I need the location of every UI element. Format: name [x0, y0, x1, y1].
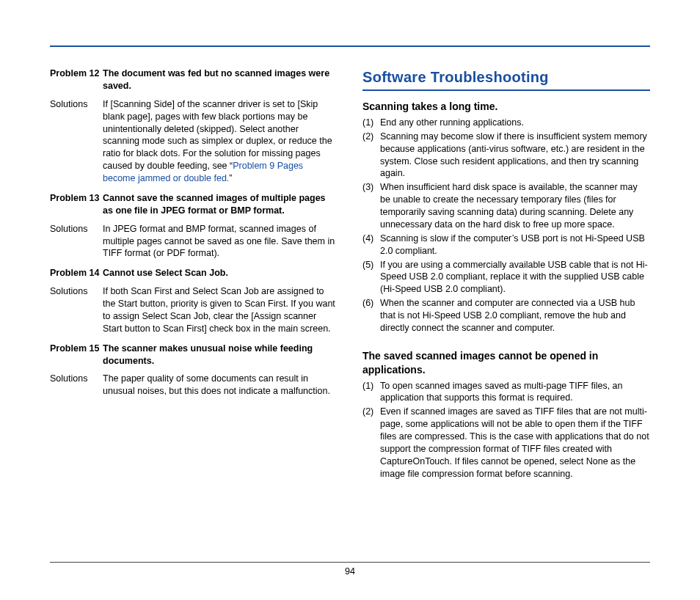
top-divider [50, 45, 650, 47]
list-text: If you are using a commercially availabl… [380, 259, 650, 296]
problem-row: Problem 14 Cannot use Select Scan Job. [50, 267, 338, 279]
solution-body: In JPEG format and BMP format, scanned i… [103, 223, 338, 260]
two-column-layout: Problem 12 The document was fed but no s… [50, 67, 650, 482]
list-num: (1) [362, 117, 380, 129]
solution-row: Solutions The paper quality of some docu… [50, 373, 338, 398]
solution-label: Solutions [50, 223, 103, 260]
solution-row: Solutions If both Scan First and Select … [50, 285, 338, 335]
solution-label: Solutions [50, 285, 103, 335]
list-num: (1) [362, 380, 380, 405]
solution-body: If both Scan First and Select Scan Job a… [103, 285, 338, 335]
list-item: (1)To open scanned images saved as multi… [362, 380, 650, 405]
list-text: Even if scanned images are saved as TIFF… [380, 406, 650, 480]
list-text: To open scanned images saved as multi-pa… [380, 380, 650, 405]
list-item: (5)If you are using a commercially avail… [362, 259, 650, 296]
page-number: 94 [345, 566, 355, 577]
solution-row: Solutions In JPEG format and BMP format,… [50, 223, 338, 260]
numbered-list: (1)To open scanned images saved as multi… [362, 380, 650, 480]
list-num: (5) [362, 259, 380, 296]
problem-title: The scanner makes unusual noise while fe… [103, 343, 338, 367]
list-num: (4) [362, 233, 380, 257]
solution-label: Solutions [50, 98, 103, 185]
spacer [362, 336, 650, 346]
list-num: (2) [362, 406, 380, 480]
list-text: Scanning is slow if the computer’s USB p… [380, 233, 650, 257]
problem-title: Cannot use Select Scan Job. [103, 267, 338, 279]
solution-body: If [Scanning Side] of the scanner driver… [103, 98, 338, 185]
problem-title: Cannot save the scanned images of multip… [103, 192, 338, 217]
list-item: (6)When the scanner and computer are con… [362, 297, 650, 334]
list-num: (3) [362, 181, 380, 231]
problem-row: Problem 15 The scanner makes unusual noi… [50, 343, 338, 367]
problem-title: The document was fed but no scanned imag… [103, 67, 338, 92]
list-item: (2)Even if scanned images are saved as T… [362, 406, 650, 480]
left-column: Problem 12 The document was fed but no s… [50, 67, 338, 482]
list-num: (2) [362, 131, 380, 180]
list-text: Scanning may become slow if there is ins… [380, 131, 650, 180]
solution-text-post: ” [229, 173, 232, 183]
solution-label: Solutions [50, 373, 103, 398]
list-num: (6) [362, 297, 380, 334]
sub-heading: The saved scanned images cannot be opene… [362, 349, 650, 377]
problem-row: Problem 13 Cannot save the scanned image… [50, 192, 338, 217]
right-column: Software Troubleshooting Scanning takes … [362, 67, 650, 482]
list-text: When insufficient hard disk space is ava… [380, 181, 650, 231]
list-item: (4)Scanning is slow if the computer’s US… [362, 233, 650, 257]
solution-row: Solutions If [Scanning Side] of the scan… [50, 98, 338, 185]
sub-heading: Scanning takes a long time. [362, 100, 650, 114]
problem-row: Problem 12 The document was fed but no s… [50, 67, 338, 92]
numbered-list: (1)End any other running applications. (… [362, 117, 650, 334]
list-item: (2)Scanning may become slow if there is … [362, 131, 650, 180]
problem-label: Problem 13 [50, 192, 103, 217]
list-text: When the scanner and computer are connec… [380, 297, 650, 334]
list-item: (1)End any other running applications. [362, 117, 650, 129]
page-footer: 94 [50, 562, 650, 578]
list-item: (3)When insufficient hard disk space is … [362, 181, 650, 231]
problem-label: Problem 14 [50, 267, 103, 279]
problem-label: Problem 15 [50, 343, 103, 367]
list-text: End any other running applications. [380, 117, 650, 129]
solution-body: The paper quality of some documents can … [103, 373, 338, 398]
section-heading: Software Troubleshooting [362, 67, 650, 91]
problem-label: Problem 12 [50, 67, 103, 92]
